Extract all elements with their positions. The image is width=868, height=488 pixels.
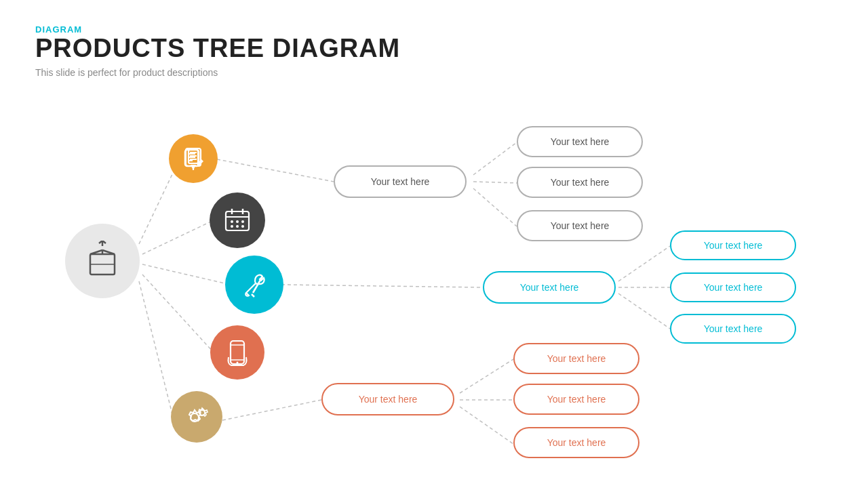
- header-label: DIAGRAM: [35, 24, 400, 35]
- gray-label-3: Your text here: [551, 220, 610, 231]
- teal-pill-2[interactable]: Your text here: [670, 272, 796, 302]
- orange-pill-3[interactable]: Your text here: [513, 427, 639, 458]
- svg-line-2: [142, 264, 231, 285]
- svg-point-44: [241, 225, 244, 228]
- svg-point-41: [241, 220, 244, 223]
- svg-line-3: [142, 274, 214, 352]
- svg-rect-47: [231, 341, 244, 364]
- svg-line-9: [473, 182, 517, 183]
- teal-pill-3[interactable]: Your text here: [670, 314, 796, 344]
- teal-label-3: Your text here: [704, 323, 763, 334]
- svg-line-4: [139, 281, 173, 417]
- gray-label-2: Your text here: [551, 177, 610, 188]
- orange-label-3: Your text here: [547, 437, 606, 448]
- teal-pill-1[interactable]: Your text here: [670, 230, 796, 260]
- svg-line-8: [473, 142, 517, 175]
- orange-pill-2[interactable]: Your text here: [513, 384, 639, 415]
- box-icon: [82, 241, 123, 281]
- svg-line-7: [222, 400, 321, 420]
- svg-line-10: [473, 188, 517, 226]
- pencil-edit-icon: [181, 146, 205, 171]
- gear-icon: [183, 403, 210, 430]
- center-icon-circle: [65, 224, 140, 298]
- teal-label-1: Your text here: [704, 240, 763, 251]
- gray-label-1: Your text here: [551, 136, 610, 147]
- svg-point-43: [236, 225, 239, 228]
- svg-line-16: [460, 407, 513, 444]
- teal-mid-pill[interactable]: Your text here: [483, 271, 616, 304]
- svg-line-14: [460, 359, 513, 393]
- teal-mid-label: Your text here: [520, 282, 579, 293]
- svg-line-1: [142, 220, 214, 254]
- branch-icon-pencil: [169, 134, 218, 183]
- calendar-icon: [223, 206, 252, 235]
- orange-pill-1[interactable]: Your text here: [513, 343, 639, 374]
- svg-point-42: [231, 225, 233, 228]
- branch-icon-calendar: [210, 192, 265, 248]
- header-title: PRODUCTS TREE DIAGRAM: [35, 35, 400, 63]
- svg-line-6: [281, 285, 483, 287]
- svg-point-39: [231, 220, 233, 223]
- svg-line-11: [618, 246, 670, 281]
- phone-icon: [223, 338, 252, 367]
- gray-pill-1[interactable]: Your text here: [517, 126, 643, 157]
- svg-line-13: [618, 293, 670, 329]
- svg-point-50: [237, 362, 239, 364]
- orange-label-2: Your text here: [547, 394, 606, 405]
- orange-label-1: Your text here: [547, 353, 606, 364]
- svg-point-40: [236, 220, 239, 223]
- tools-icon: [239, 270, 269, 300]
- gray-pill-3[interactable]: Your text here: [517, 210, 643, 241]
- svg-line-46: [252, 294, 254, 297]
- teal-label-2: Your text here: [704, 282, 763, 293]
- branch-icon-gear: [171, 391, 222, 443]
- gray-pill-2[interactable]: Your text here: [517, 167, 643, 198]
- svg-line-5: [217, 159, 334, 182]
- branch-icon-phone: [210, 325, 264, 380]
- bottom-mid-pill[interactable]: Your text here: [321, 383, 454, 415]
- branch-icon-tools: [225, 256, 283, 314]
- header: DIAGRAM PRODUCTS TREE DIAGRAM This slide…: [35, 24, 400, 78]
- svg-line-0: [139, 173, 173, 244]
- bottom-mid-label: Your text here: [359, 394, 418, 405]
- header-subtitle: This slide is perfect for product descri…: [35, 67, 400, 78]
- top-mid-label: Your text here: [371, 176, 430, 187]
- top-mid-pill[interactable]: Your text here: [334, 165, 467, 198]
